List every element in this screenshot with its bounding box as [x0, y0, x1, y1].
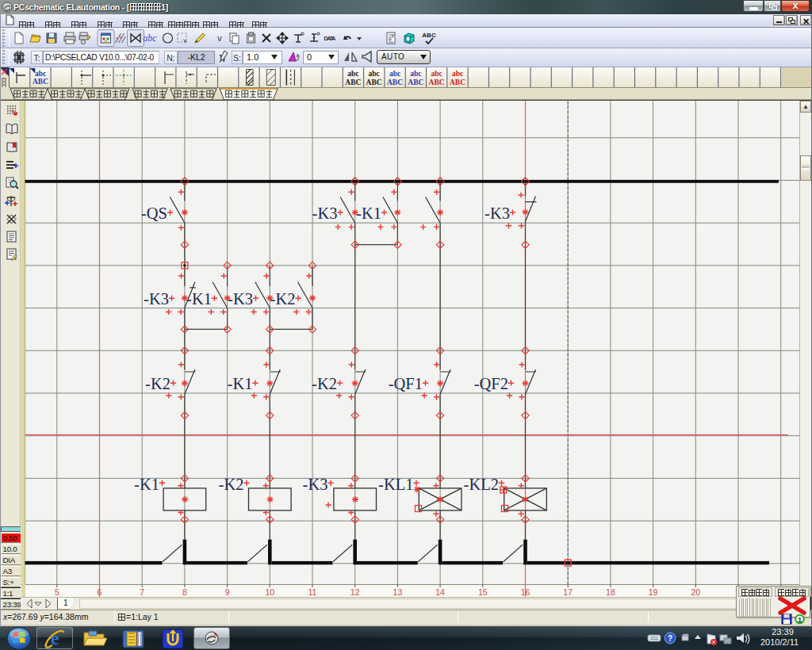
svg-text:-K1: -K1: [228, 375, 253, 392]
svg-text:20: 20: [691, 587, 700, 597]
svg-text:11: 11: [308, 587, 317, 597]
svg-text:19: 19: [649, 587, 658, 597]
svg-text:-K2: -K2: [219, 476, 244, 493]
svg-text:12: 12: [350, 587, 360, 597]
svg-text:13: 13: [393, 587, 403, 597]
svg-text:8: 8: [182, 587, 187, 597]
svg-text:9: 9: [225, 587, 230, 597]
svg-text:abc: abc: [368, 70, 379, 78]
svg-text:-K1: -K1: [356, 205, 381, 222]
svg-text:17: 17: [563, 587, 573, 597]
svg-text:-QS: -QS: [141, 205, 167, 222]
svg-text:5: 5: [55, 587, 59, 597]
svg-text:-K3: -K3: [312, 205, 338, 222]
svg-text:-QF1: -QF1: [389, 375, 423, 392]
svg-text:ABC: ABC: [345, 78, 361, 86]
svg-text:abc: abc: [143, 32, 157, 44]
svg-text:ABC: ABC: [422, 32, 436, 39]
svg-text:-K3: -K3: [144, 290, 169, 308]
svg-text:abc: abc: [431, 70, 442, 78]
svg-text:v: v: [217, 33, 222, 43]
svg-text:abc: abc: [347, 70, 358, 78]
svg-text:?: ?: [668, 634, 672, 643]
svg-text:ABC: ABC: [408, 78, 423, 86]
svg-text:ABC: ABC: [366, 78, 382, 86]
svg-text:ABC: ABC: [450, 78, 465, 86]
svg-text:-KL2: -KL2: [464, 476, 499, 493]
svg-text:-K2: -K2: [145, 375, 170, 392]
svg-text:1: 1: [798, 616, 802, 624]
svg-text:abc: abc: [35, 70, 46, 78]
svg-text:18: 18: [606, 587, 615, 597]
svg-text:ABC: ABC: [387, 78, 403, 86]
svg-text:DATA: DATA: [324, 35, 337, 42]
svg-text:abc: abc: [452, 70, 463, 78]
svg-text:14: 14: [435, 587, 445, 597]
svg-text:-K3: -K3: [228, 290, 253, 308]
svg-text:ABC: ABC: [429, 78, 445, 86]
svg-text:-K1: -K1: [134, 476, 159, 493]
svg-text:-K2: -K2: [270, 290, 296, 308]
svg-text:-K3: -K3: [485, 205, 510, 222]
svg-text:7: 7: [140, 587, 144, 597]
svg-text:-QF2: -QF2: [474, 375, 508, 392]
svg-text:abc: abc: [389, 70, 400, 78]
svg-text:-KL1: -KL1: [378, 476, 413, 493]
svg-text:ABC: ABC: [33, 78, 48, 86]
svg-text:-K3: -K3: [303, 476, 328, 493]
svg-text:15: 15: [478, 587, 488, 597]
svg-text:abc: abc: [410, 70, 421, 78]
svg-text:-K1: -K1: [186, 290, 212, 308]
svg-text:10: 10: [265, 587, 274, 597]
svg-text:-K2: -K2: [312, 375, 337, 392]
